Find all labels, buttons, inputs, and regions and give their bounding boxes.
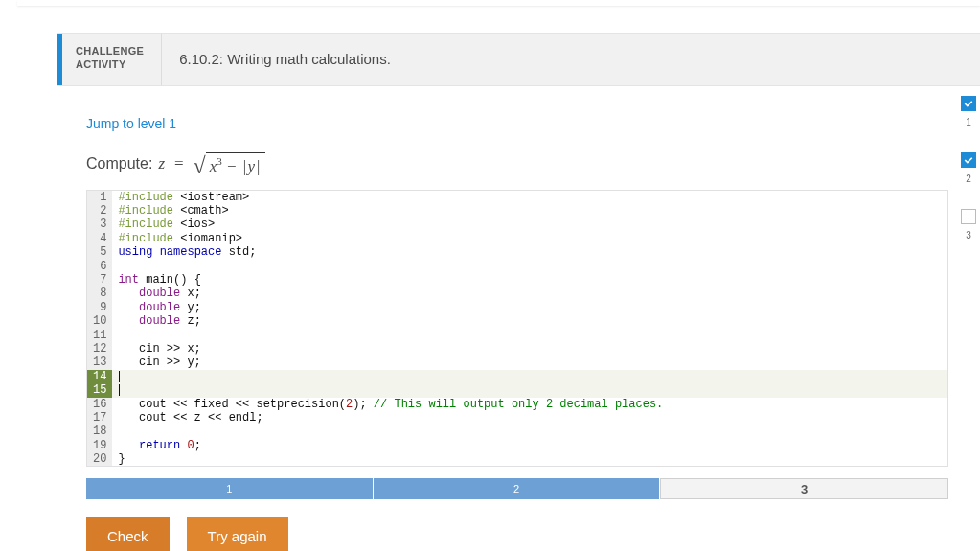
line-number: 3 <box>87 218 112 231</box>
compute-label: Compute: <box>86 155 152 172</box>
line-number: 5 <box>87 245 112 259</box>
line-number: 18 <box>87 425 112 438</box>
code-line[interactable]: } <box>112 452 947 466</box>
code-line[interactable]: cout << fixed << setprecision(2); // Thi… <box>112 398 947 411</box>
line-number: 10 <box>87 314 112 328</box>
step-swiper: 1 2 3 <box>86 478 948 499</box>
line-number: 14 <box>87 370 112 383</box>
code-line[interactable]: using namespace std; <box>112 245 947 259</box>
code-line[interactable]: #include <iomanip> <box>112 232 947 245</box>
line-number: 4 <box>87 232 112 245</box>
gutter: 1234567891011121314151617181920 <box>87 191 112 467</box>
jump-to-level-link[interactable]: Jump to level 1 <box>86 116 176 131</box>
code-line[interactable]: double x; <box>112 287 947 300</box>
line-number: 2 <box>87 204 112 218</box>
compute-radicand: x3 − |y| <box>206 152 265 176</box>
rad-bar-close: | <box>255 157 262 175</box>
code-editor[interactable]: 1234567891011121314151617181920 #include… <box>86 190 948 468</box>
code-line[interactable]: return 0; <box>112 439 947 452</box>
line-number: 12 <box>87 342 112 356</box>
code-line[interactable]: cout << z << endl; <box>112 411 947 425</box>
progress-rail: 1 2 3 <box>957 96 980 241</box>
code-line[interactable] <box>112 329 947 342</box>
activity-kind: CHALLENGE ACTIVITY <box>62 34 162 85</box>
step-2[interactable]: 2 <box>374 478 661 499</box>
progress-num-1: 1 <box>966 117 971 127</box>
activity-title: 6.10.2: Writing math calculations. <box>162 34 391 85</box>
line-number: 17 <box>87 411 112 425</box>
step-3[interactable]: 3 <box>660 478 948 499</box>
progress-num-2: 2 <box>966 173 971 184</box>
check-icon <box>963 154 974 166</box>
line-number: 11 <box>87 329 112 342</box>
code-body[interactable]: #include <iostream>#include <cmath>#incl… <box>112 191 947 467</box>
code-line[interactable]: double z; <box>112 314 947 328</box>
line-number: 9 <box>87 301 112 314</box>
rad-y: y <box>247 157 255 175</box>
check-button[interactable]: Check <box>86 517 170 551</box>
code-line[interactable]: #include <ios> <box>112 218 947 231</box>
code-line[interactable]: int main() { <box>112 273 947 287</box>
line-number: 19 <box>87 439 112 452</box>
progress-check-1[interactable] <box>961 96 976 111</box>
activity-kind-line2: ACTIVITY <box>76 58 144 72</box>
line-number: 1 <box>87 191 112 204</box>
code-line[interactable]: double y; <box>112 301 947 314</box>
line-number: 13 <box>87 356 112 369</box>
progress-num-3: 3 <box>966 230 971 241</box>
sqrt-icon: √ <box>194 154 206 177</box>
code-line[interactable]: #include <cmath> <box>112 204 947 218</box>
line-number: 15 <box>87 383 112 397</box>
line-number: 16 <box>87 398 112 411</box>
code-line[interactable] <box>112 425 947 438</box>
code-line[interactable] <box>112 260 947 273</box>
compute-equals: = <box>171 154 188 173</box>
code-line[interactable] <box>112 370 947 383</box>
line-number: 6 <box>87 260 112 273</box>
compute-var-z: z <box>158 154 165 173</box>
code-line[interactable]: #include <iostream> <box>112 191 947 204</box>
compute-prompt: Compute: z = √ x3 − |y| <box>86 152 980 176</box>
button-row: Check Try again <box>86 517 980 551</box>
line-number: 20 <box>87 452 112 466</box>
check-icon <box>963 98 974 109</box>
top-divider <box>17 0 980 6</box>
activity-kind-line1: CHALLENGE <box>76 45 144 58</box>
compute-radical: √ x3 − |y| <box>194 152 265 176</box>
step-1[interactable]: 1 <box>86 478 374 499</box>
rad-minus: − <box>222 157 241 175</box>
progress-check-2[interactable] <box>961 152 976 168</box>
try-again-button[interactable]: Try again <box>187 517 288 551</box>
code-line[interactable]: cin >> y; <box>112 356 947 369</box>
activity-header: CHALLENGE ACTIVITY 6.10.2: Writing math … <box>57 33 980 86</box>
line-number: 8 <box>87 287 112 300</box>
code-line[interactable] <box>112 383 947 397</box>
code-line[interactable]: cin >> x; <box>112 342 947 356</box>
line-number: 7 <box>87 273 112 287</box>
progress-check-3[interactable] <box>961 209 976 224</box>
